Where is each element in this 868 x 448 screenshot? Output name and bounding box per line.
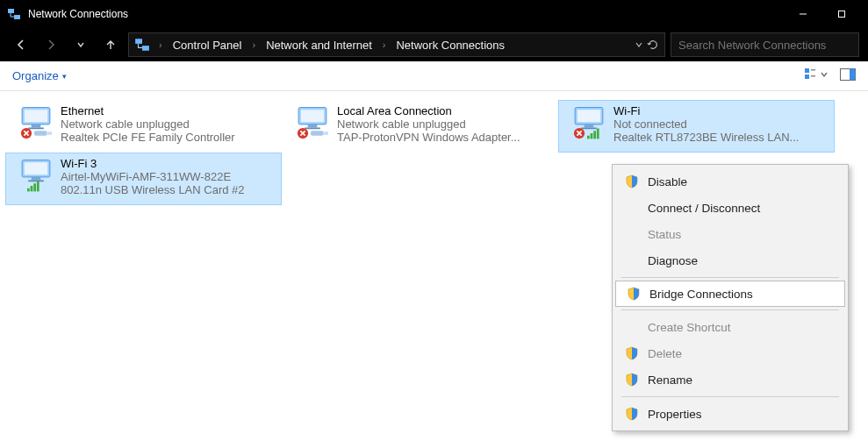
menu-item: Status (614, 221, 846, 247)
back-button[interactable] (9, 32, 33, 57)
connection-icon (288, 104, 337, 139)
preview-pane-button[interactable] (840, 68, 856, 84)
connection-item[interactable]: Wi-Fi Not connected Realtek RTL8723BE Wi… (558, 100, 835, 153)
title-bar: Network Connections (0, 0, 868, 28)
error-icon (573, 127, 585, 139)
shield-icon (625, 373, 639, 387)
menu-item-label: Rename (648, 373, 692, 387)
connection-name: Local Area Connection (337, 104, 552, 117)
connection-device: Realtek PCIe FE Family Controller (61, 131, 276, 144)
svg-rect-17 (811, 75, 815, 77)
connection-icon (11, 157, 61, 192)
menu-item-label: Create Shortcut (648, 321, 731, 334)
up-button[interactable] (98, 32, 123, 57)
connection-icon (11, 104, 61, 139)
connection-device: Realtek RTL8723BE Wireless LAN... (613, 131, 829, 144)
connection-device: TAP-ProtonVPN Windows Adapter... (337, 131, 552, 144)
chevron-right-icon: › (155, 39, 166, 50)
caret-down-icon: ▾ (62, 72, 67, 81)
menu-item[interactable]: Diagnose (614, 247, 846, 274)
cable-icon (34, 127, 52, 139)
cable-icon (311, 127, 328, 139)
error-icon (20, 127, 32, 139)
menu-item-label: Diagnose (648, 254, 698, 267)
shield-icon (625, 346, 639, 360)
connection-item[interactable]: Local Area Connection Network cable unpl… (282, 100, 558, 153)
search-box[interactable] (671, 32, 859, 57)
wifi-bars-icon (27, 180, 45, 192)
svg-rect-19 (850, 68, 856, 80)
connection-device: 802.11n USB Wireless LAN Card #2 (61, 183, 276, 196)
menu-item[interactable]: Properties (614, 401, 846, 427)
menu-item-label: Properties (648, 408, 702, 421)
menu-item[interactable]: Rename (614, 366, 846, 393)
svg-rect-13 (839, 11, 845, 18)
location-icon (134, 37, 150, 53)
shield-icon (625, 407, 639, 421)
connection-item[interactable]: Ethernet Network cable unplugged Realtek… (5, 100, 282, 153)
breadcrumb-item[interactable]: Network Connections (394, 37, 506, 53)
menu-separator (621, 396, 839, 397)
chevron-right-icon: › (379, 39, 390, 50)
view-options-button[interactable] (805, 68, 828, 85)
window-title: Network Connections (28, 8, 784, 20)
menu-item[interactable]: Bridge Connections (615, 281, 845, 307)
connection-icon (564, 104, 613, 139)
svg-rect-15 (805, 75, 809, 79)
nav-bar: › Control Panel › Network and Internet ›… (0, 28, 868, 61)
menu-separator (621, 277, 839, 278)
connection-status: Airtel-MyWiFi-AMF-311WW-822E (61, 170, 276, 183)
organize-menu[interactable]: Organize ▾ (12, 69, 67, 82)
svg-rect-16 (811, 69, 815, 71)
breadcrumb-item[interactable]: Control Panel (171, 37, 244, 53)
menu-item: Delete (614, 340, 846, 366)
error-icon (297, 127, 309, 139)
search-input[interactable] (678, 39, 851, 52)
connection-status: Network cable unplugged (337, 117, 552, 131)
connection-item[interactable]: Wi-Fi 3 Airtel-MyWiFi-AMF-311WW-822E 802… (5, 153, 282, 205)
chevron-down-icon[interactable] (635, 40, 643, 49)
menu-item-label: Connect / Disconnect (648, 202, 760, 215)
refresh-icon[interactable] (647, 39, 659, 51)
connection-name: Ethernet (61, 104, 276, 117)
menu-item-label: Bridge Connections (649, 288, 753, 301)
menu-item-label: Disable (648, 175, 687, 188)
connection-name: Wi-Fi 3 (61, 157, 276, 170)
shield-icon (627, 287, 641, 301)
menu-item-label: Delete (648, 347, 682, 360)
menu-item[interactable]: Disable (614, 168, 846, 195)
address-bar[interactable]: › Control Panel › Network and Internet ›… (128, 32, 665, 57)
connection-status: Not connected (613, 117, 829, 131)
menu-item-label: Status (648, 228, 681, 241)
organize-label: Organize (12, 69, 59, 82)
minimize-button[interactable] (784, 0, 822, 28)
recent-locations-button[interactable] (68, 32, 93, 57)
chevron-right-icon: › (248, 39, 259, 50)
maximize-button[interactable] (822, 0, 861, 28)
wifi-bars-icon (587, 127, 605, 139)
svg-rect-14 (805, 68, 809, 73)
connection-name: Wi-Fi (613, 104, 829, 117)
forward-button[interactable] (39, 32, 63, 57)
app-icon (7, 7, 21, 21)
menu-item: Create Shortcut (614, 314, 846, 340)
shield-icon (625, 174, 639, 188)
command-bar: Organize ▾ (0, 61, 868, 91)
menu-separator (621, 309, 839, 310)
connection-status: Network cable unplugged (61, 117, 276, 131)
context-menu: DisableConnect / DisconnectStatusDiagnos… (612, 164, 849, 431)
breadcrumb-item[interactable]: Network and Internet (264, 37, 374, 53)
menu-item[interactable]: Connect / Disconnect (614, 195, 846, 221)
